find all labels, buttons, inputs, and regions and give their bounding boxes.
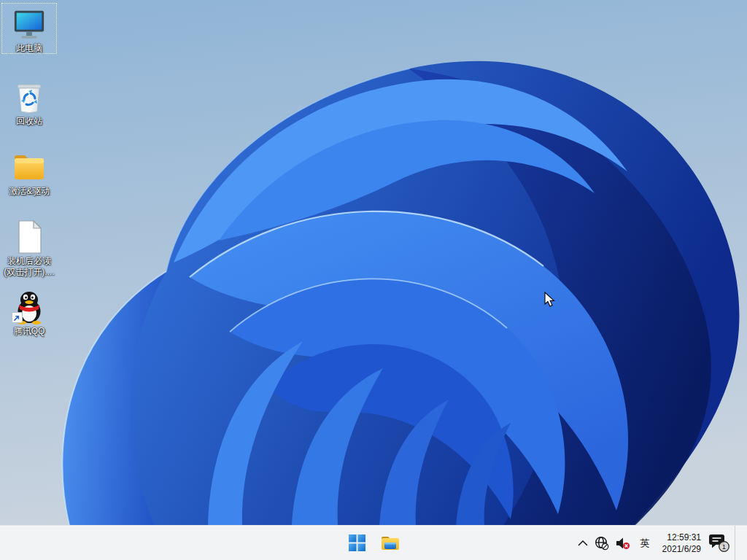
shortcut-arrow-icon [12,312,23,323]
speaker-muted-icon [615,536,631,551]
desktop-icon-readme[interactable]: 装机后必读(双击打开).... [1,216,57,278]
desktop-screen: 此电脑 回收站 [0,0,747,560]
windows-logo-icon [349,534,365,551]
clock-time: 12:59:31 [667,532,701,543]
notification-icon: 1 [708,534,731,553]
desktop-icon-label: 装机后必读(双击打开).... [2,256,56,278]
desktop-icon-tencent-qq[interactable]: 腾讯QQ [1,286,57,337]
chevron-up-icon [578,540,588,546]
folder-icon [12,149,47,184]
clock-date: 2021/6/29 [662,543,701,555]
input-method-label: 英 [637,537,654,550]
show-hidden-icons-button[interactable] [575,531,591,556]
show-desktop-strip[interactable] [735,526,740,560]
notification-badge: 1 [722,542,726,551]
qq-icon [12,289,47,324]
file-explorer-icon [381,535,400,551]
desktop-icon-activation-drivers[interactable]: 激活&驱动 [1,146,57,197]
taskbar-center [344,526,403,560]
system-tray: 英 12:59:31 2021/6/29 1 [575,526,747,560]
input-method-indicator[interactable]: 英 [634,531,657,556]
desktop-icon-label: 激活&驱动 [9,186,50,197]
start-button[interactable] [344,530,370,556]
network-button[interactable] [591,531,612,556]
monitor-icon [12,7,47,42]
volume-button[interactable] [612,531,634,556]
bloom-art [0,0,747,526]
desktop-icon-label: 腾讯QQ [14,326,45,337]
notification-center-button[interactable]: 1 [707,531,732,556]
globe-no-internet-icon [594,535,609,551]
document-icon [12,219,47,254]
taskbar: 英 12:59:31 2021/6/29 1 [0,525,747,560]
recycle-bin-icon [12,79,47,114]
desktop-icon-label: 此电脑 [16,43,42,54]
desktop-icon-this-pc[interactable]: 此电脑 [1,3,57,54]
desktop-icon-recycle-bin[interactable]: 回收站 [1,76,57,127]
taskbar-clock[interactable]: 12:59:31 2021/6/29 [657,532,707,555]
file-explorer-button[interactable] [377,530,403,556]
wallpaper-bloom [0,0,747,526]
desktop-icon-label: 回收站 [16,116,42,127]
